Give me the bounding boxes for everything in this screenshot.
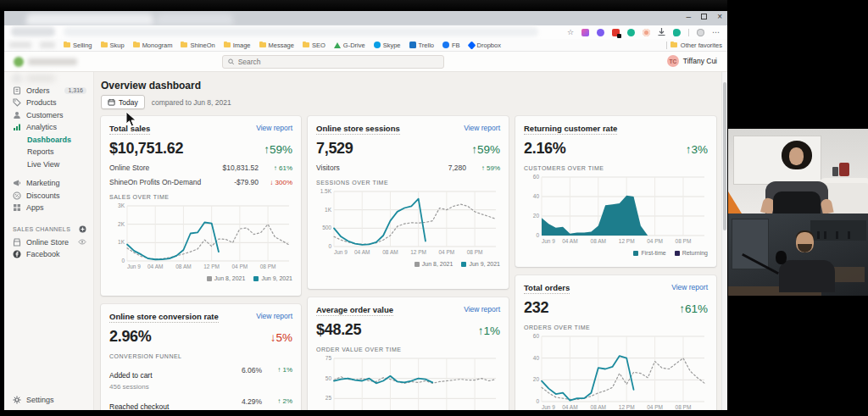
orders-value: 232 <box>524 299 548 317</box>
bookmark-fb[interactable]: FB <box>442 42 460 49</box>
admin-search[interactable] <box>222 55 444 69</box>
svg-text:Jun 9: Jun 9 <box>334 249 348 255</box>
bookmark-folder[interactable]: SEO <box>303 42 326 49</box>
customers-icon <box>13 111 21 119</box>
sessions-delta: ↑59% <box>471 143 500 156</box>
extension-icon-4[interactable] <box>627 29 635 36</box>
view-report-link[interactable]: View report <box>256 124 292 132</box>
video-call-panel <box>727 0 868 416</box>
view-store-button[interactable] <box>78 238 86 247</box>
sidebar-item-online-store[interactable]: Online Store <box>4 236 93 249</box>
webcam-feed-bottom <box>728 214 868 296</box>
background-equipment <box>839 163 849 176</box>
orders-delta: ↑61% <box>679 302 708 315</box>
bookmark-dropbox[interactable]: Dropbox <box>469 42 501 49</box>
extension-icon-1[interactable] <box>581 29 589 36</box>
chart-legend: Jun 8, 2021Jun 9, 2021 <box>316 261 500 267</box>
breakdown-row: ShineOn Profits On-Demand -$79.90 ↓ 300% <box>109 178 292 186</box>
chart-legend: Jun 8, 2021Jun 9, 2021 <box>109 275 292 281</box>
conversion-value: 2.96% <box>109 328 152 346</box>
account-menu[interactable]: TC Tiffany Cui <box>667 55 717 67</box>
maximize-button[interactable] <box>701 14 707 19</box>
other-favorites[interactable]: Other favorites <box>681 42 722 49</box>
card-returning-customer-rate: Returning customer rate 2.16% ↑3% CUSTOM… <box>515 116 716 267</box>
sidebar-item-products[interactable]: Products <box>4 97 93 109</box>
downloads-icon[interactable] <box>658 28 665 36</box>
card-average-order-value: Average order value View report $48.25 ↑… <box>308 297 509 410</box>
extension-icon-3[interactable] <box>612 29 620 36</box>
extension-icon-6[interactable] <box>673 29 681 36</box>
sales-over-time-chart: 01K2K3KJun 904 AM08 AM12 PM04 PM08 PM <box>109 202 292 274</box>
eye-icon <box>78 239 86 245</box>
extension-icon-2[interactable] <box>597 29 604 36</box>
section-label: CONVERSION FUNNEL <box>109 353 292 359</box>
browser-menu-icon[interactable]: ⋯ <box>712 28 721 36</box>
browser-tab-bar: – × <box>4 11 727 25</box>
sidebar-item-orders[interactable]: Orders 1,316 <box>4 85 93 97</box>
minimize-button[interactable]: – <box>687 12 692 21</box>
sidebar-item-dashboards[interactable]: Dashboards <box>4 134 93 147</box>
sidebar-item-live-view[interactable]: Live View <box>4 158 93 171</box>
sidebar-item-facebook[interactable]: Facebook <box>4 248 93 261</box>
legend-item: Jun 9, 2021 <box>253 275 292 281</box>
sidebar-item-customers[interactable]: Customers <box>4 109 93 122</box>
svg-text:08 PM: 08 PM <box>676 238 692 244</box>
svg-text:04 AM: 04 AM <box>147 263 163 269</box>
view-report-link[interactable]: View report <box>464 124 500 132</box>
bookmark-gdrive[interactable]: G-Drive <box>334 42 365 49</box>
aov-value: $48.25 <box>316 321 361 339</box>
shopify-topbar: TC Tiffany Cui <box>4 52 727 72</box>
microphone <box>776 251 787 264</box>
sidebar-item-reports[interactable]: Reports <box>4 146 93 158</box>
add-channel-button[interactable] <box>79 225 86 234</box>
sidebar-item-home[interactable] <box>4 72 93 85</box>
marketing-icon <box>13 179 21 187</box>
url-field[interactable] <box>64 27 538 36</box>
view-report-link[interactable]: View report <box>464 305 500 313</box>
page-title: Overview dashboard <box>101 80 201 92</box>
svg-text:0: 0 <box>536 232 539 238</box>
window-panel <box>732 219 769 269</box>
mouse-cursor <box>125 111 137 128</box>
legend-item: Jun 8, 2021 <box>207 275 246 281</box>
admin-sidebar: Orders 1,316 Products Customers Analytic… <box>4 72 94 410</box>
svg-text:04 AM: 04 AM <box>562 404 577 410</box>
user-avatar: TC <box>667 55 679 67</box>
sidebar-item-apps[interactable]: Apps <box>4 202 93 214</box>
orders-over-time-chart: 0204060Jun 904 AM08 AM12 PM04 PM08 PM <box>524 333 708 410</box>
date-range-button[interactable]: Today <box>101 95 145 109</box>
bookmark-skype[interactable]: Skype <box>374 42 401 49</box>
sidebar-item-marketing[interactable]: Marketing <box>4 177 93 190</box>
profile-avatar-icon[interactable] <box>697 29 704 36</box>
bookmark-folder[interactable]: Skup <box>101 42 125 49</box>
blurred-store-name <box>28 58 77 65</box>
search-icon <box>228 58 235 65</box>
bookmark-folder[interactable]: Image <box>224 42 251 49</box>
bookmark-folder[interactable]: Message <box>259 42 294 49</box>
card-title: Returning customer rate <box>524 124 617 135</box>
sidebar-item-analytics[interactable]: Analytics <box>4 121 93 134</box>
extension-icon-5[interactable] <box>643 29 650 36</box>
svg-text:0: 0 <box>536 398 539 404</box>
svg-text:75: 75 <box>326 355 332 361</box>
dashboard-main: Overview dashboard Today compared to Jun… <box>94 72 727 410</box>
search-input[interactable] <box>238 58 438 66</box>
funnel-row: Added to cart456 sessions 6.06% ↑ 1% <box>109 366 292 391</box>
view-report-link[interactable]: View report <box>256 312 292 320</box>
bookmark-trello[interactable]: Trello <box>409 42 434 49</box>
page-scrollbar[interactable] <box>721 72 727 410</box>
bookmark-folder[interactable]: ShineOn <box>181 42 214 49</box>
bookmark-folder[interactable]: Monogram <box>133 42 173 49</box>
bookmark-folder[interactable]: Selling <box>64 42 92 49</box>
person-body <box>779 260 835 292</box>
scrollbar-thumb[interactable] <box>723 82 726 230</box>
view-report-link[interactable]: View report <box>671 283 708 291</box>
close-button[interactable]: × <box>717 12 722 21</box>
sidebar-item-discounts[interactable]: Discounts <box>4 190 93 202</box>
blurred-bookmark <box>40 42 55 48</box>
sidebar-item-settings[interactable]: Settings <box>4 394 93 407</box>
bookmark-star-icon[interactable]: ☆ <box>567 29 574 36</box>
chart-legend: First-timeReturning <box>524 250 708 256</box>
gear-icon <box>13 396 21 404</box>
legend-item: Jun 9, 2021 <box>461 261 500 267</box>
